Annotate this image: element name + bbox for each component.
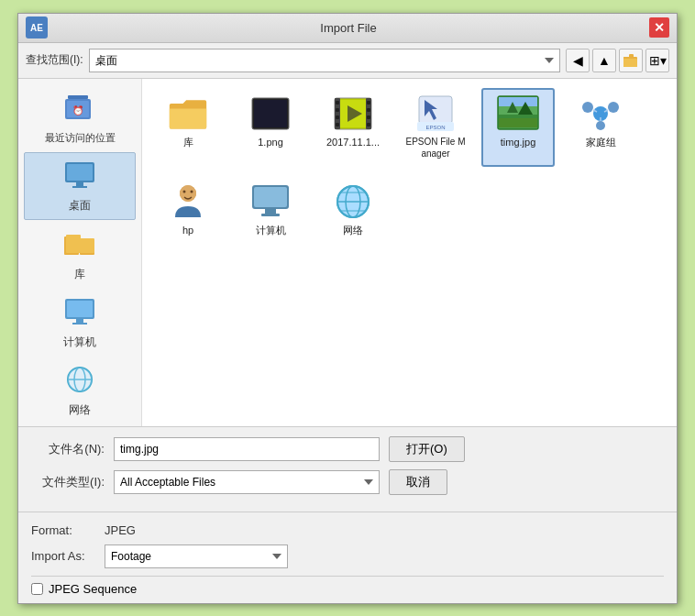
file-name-homegroup: 家庭组 — [586, 136, 616, 148]
sidebar-item-computer[interactable]: 计算机 — [24, 290, 136, 356]
sidebar-item-library[interactable]: 库 — [24, 222, 136, 288]
svg-rect-34 — [336, 123, 339, 126]
filetype-row: 文件类型(I): All Acceptable Files JPEG Files… — [31, 469, 664, 495]
file-item-video[interactable]: 2017.11.1... — [316, 88, 390, 167]
svg-rect-39 — [419, 96, 452, 124]
desktop-icon — [63, 160, 96, 194]
create-folder-button[interactable] — [619, 49, 643, 72]
svg-point-51 — [582, 102, 593, 113]
svg-rect-31 — [336, 101, 339, 104]
import-as-row: Import As: Footage Composition Compositi… — [31, 544, 664, 568]
file-name-computer: 计算机 — [256, 224, 286, 236]
svg-rect-25 — [254, 100, 287, 127]
image-dark-icon — [248, 95, 292, 132]
folder-dropdown[interactable]: 桌面 — [89, 49, 560, 72]
up-button[interactable]: ▲ — [592, 49, 616, 72]
file-item-library[interactable]: 库 — [151, 88, 225, 167]
view-button[interactable]: ⊞▾ — [645, 49, 669, 72]
svg-text:⏰: ⏰ — [72, 104, 84, 116]
toolbar-nav-buttons: ◀ ▲ ⊞▾ — [566, 49, 669, 72]
video-icon — [331, 95, 375, 132]
network-icon — [63, 365, 96, 399]
file-name-video: 2017.11.1... — [326, 136, 380, 148]
sidebar-item-computer-label: 计算机 — [63, 335, 96, 350]
close-button[interactable]: ✕ — [649, 17, 669, 38]
recent-icon: ⏰ — [63, 94, 96, 127]
title-bar: AE Import File ✕ — [18, 14, 677, 43]
open-button[interactable]: 打开(O) — [389, 436, 465, 462]
computer-file-icon — [248, 183, 292, 220]
svg-rect-19 — [72, 323, 87, 324]
svg-rect-49 — [499, 118, 537, 127]
file-name-library: 库 — [183, 136, 193, 148]
jpeg-sequence-label[interactable]: JPEG Sequence — [49, 582, 137, 596]
svg-rect-5 — [68, 95, 88, 99]
svg-rect-10 — [76, 182, 83, 186]
format-value: JPEG — [105, 523, 136, 537]
file-item-1png[interactable]: 1.png — [234, 88, 307, 167]
bottom-form: 文件名(N): 打开(O) 文件类型(I): All Acceptable Fi… — [18, 426, 677, 512]
import-as-dropdown[interactable]: Footage Composition Composition - Retain… — [105, 544, 288, 568]
hp-icon — [166, 183, 210, 220]
cancel-button[interactable]: 取消 — [389, 469, 447, 495]
homegroup-icon — [579, 95, 623, 132]
file-item-epson[interactable]: EPSON EPSON File Manager — [399, 88, 472, 167]
extra-info-section: Format: JPEG Import As: Footage Composit… — [18, 512, 677, 603]
filetype-label: 文件类型(I): — [31, 474, 114, 490]
separator — [31, 576, 664, 577]
file-area: 库 1.png — [142, 79, 677, 426]
file-name-hp: hp — [182, 224, 193, 236]
svg-rect-2 — [623, 59, 637, 67]
file-item-network[interactable]: 网络 — [316, 176, 390, 244]
computer-icon — [63, 297, 96, 331]
file-name-network: 网络 — [343, 224, 363, 236]
import-file-dialog: AE Import File ✕ 查找范围(I): 桌面 ◀ ▲ ⊞▾ — [17, 13, 678, 604]
svg-point-60 — [191, 190, 193, 192]
svg-rect-11 — [72, 186, 87, 188]
sidebar-item-network-label: 网络 — [69, 402, 91, 418]
svg-rect-13 — [66, 235, 81, 253]
import-as-label: Import As: — [31, 549, 105, 563]
file-name-1png: 1.png — [258, 136, 283, 148]
svg-rect-64 — [261, 214, 280, 216]
filetype-dropdown[interactable]: All Acceptable Files JPEG Files PNG File… — [114, 470, 380, 494]
svg-text:EPSON: EPSON — [425, 125, 445, 130]
svg-rect-32 — [336, 108, 339, 112]
sidebar-item-network[interactable]: 网络 — [24, 358, 136, 424]
svg-rect-38 — [367, 123, 370, 126]
filename-label: 文件名(N): — [31, 441, 114, 457]
svg-rect-33 — [336, 116, 339, 119]
svg-point-23 — [68, 368, 92, 391]
svg-rect-46 — [499, 97, 537, 106]
svg-rect-15 — [80, 238, 94, 253]
sidebar-item-desktop-label: 桌面 — [69, 198, 91, 214]
sidebar: ⏰ 最近访问的位置 桌面 — [18, 79, 142, 426]
epson-icon: EPSON — [414, 95, 458, 132]
file-name-timg: timg.jpg — [501, 136, 536, 148]
folder-icon — [166, 95, 210, 132]
format-row: Format: JPEG — [31, 523, 664, 537]
back-button[interactable]: ◀ — [566, 49, 590, 72]
file-name-epson: EPSON File Manager — [404, 136, 467, 160]
format-label: Format: — [31, 523, 105, 537]
jpeg-sequence-checkbox[interactable] — [31, 583, 43, 595]
sidebar-item-recent[interactable]: ⏰ 最近访问的位置 — [24, 86, 136, 150]
filename-row: 文件名(N): 打开(O) — [31, 436, 664, 462]
jpeg-sequence-row: JPEG Sequence — [31, 582, 664, 596]
svg-rect-36 — [367, 108, 370, 112]
filename-input[interactable] — [114, 437, 380, 461]
svg-rect-18 — [76, 319, 83, 323]
file-item-computer[interactable]: 计算机 — [234, 176, 307, 244]
main-content: ⏰ 最近访问的位置 桌面 — [18, 79, 677, 426]
toolbar: 查找范围(I): 桌面 ◀ ▲ ⊞▾ — [18, 43, 677, 79]
sidebar-item-desktop[interactable]: 桌面 — [24, 152, 136, 220]
svg-rect-35 — [367, 101, 370, 104]
svg-point-53 — [596, 121, 605, 130]
sidebar-item-recent-label: 最近访问的位置 — [45, 131, 116, 145]
svg-rect-62 — [254, 187, 287, 207]
lookin-label: 查找范围(I): — [26, 52, 83, 68]
file-item-timg[interactable]: timg.jpg — [481, 88, 555, 167]
network-file-icon — [331, 183, 375, 220]
file-item-hp[interactable]: hp — [151, 176, 225, 244]
file-item-homegroup[interactable]: 家庭组 — [564, 88, 637, 167]
